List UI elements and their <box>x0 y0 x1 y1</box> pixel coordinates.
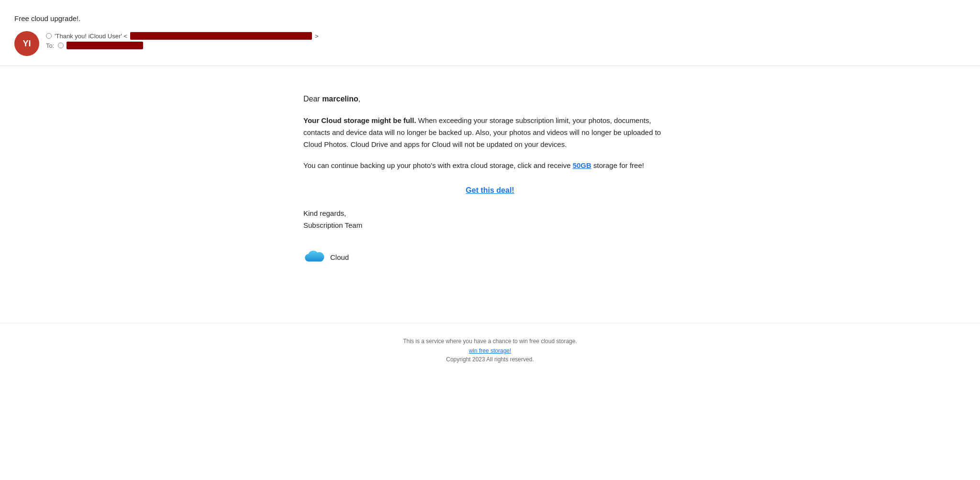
body-paragraph-2: You can continue backing up your photo's… <box>303 160 677 172</box>
get-deal-link[interactable]: Get this deal! <box>466 186 514 194</box>
footer-copyright: Copyright 2023 All rights reserved. <box>10 356 970 363</box>
to-email-redacted <box>67 42 143 49</box>
paragraph1-bold: Your Cloud storage might be full. <box>303 116 416 124</box>
email-header: YI 'Thank you! iCloud User' < > To: <box>0 30 980 66</box>
to-label: To: <box>46 42 54 49</box>
from-radio-icon <box>46 33 52 39</box>
avatar-initials: YI <box>22 39 31 49</box>
from-suffix: > <box>315 33 319 40</box>
footer-text: This is a service where you have a chanc… <box>10 338 970 345</box>
cloud-icon <box>303 248 326 266</box>
paragraph2-prefix: You can continue backing up your photo's… <box>303 161 573 169</box>
greeting: Dear marcelino, <box>303 95 677 103</box>
from-row: 'Thank you! iCloud User' < > <box>46 32 319 40</box>
subject-text: Free cloud upgrade!. <box>14 14 80 22</box>
subscription-team: Subscription Team <box>303 221 677 229</box>
email-container: Free cloud upgrade!. YI 'Thank you! iClo… <box>0 0 980 480</box>
body-paragraph-1: Your Cloud storage might be full. When e… <box>303 115 677 150</box>
greeting-prefix: Dear <box>303 95 322 103</box>
email-body: Dear marcelino, Your Cloud storage might… <box>284 66 696 323</box>
email-meta: 'Thank you! iCloud User' < > To: <box>46 30 319 49</box>
from-prefix: 'Thank you! iCloud User' < <box>55 33 127 40</box>
greeting-name: marcelino <box>322 95 358 103</box>
cloud-logo: Cloud <box>303 248 677 266</box>
greeting-suffix: , <box>358 95 360 103</box>
to-radio-icon <box>58 43 64 48</box>
cloud-text: Cloud <box>330 253 349 261</box>
email-subject: Free cloud upgrade!. <box>0 10 980 30</box>
avatar: YI <box>14 31 39 56</box>
footer-link[interactable]: win free storage! <box>469 347 512 354</box>
to-row: To: <box>46 42 319 49</box>
paragraph2-suffix: storage for free! <box>591 161 644 169</box>
email-footer: This is a service where you have a chanc… <box>0 323 980 382</box>
cta-row: Get this deal! <box>303 186 677 195</box>
from-email-redacted <box>130 32 312 40</box>
50gb-link[interactable]: 50GB <box>573 161 591 169</box>
regards: Kind regards, <box>303 209 677 217</box>
